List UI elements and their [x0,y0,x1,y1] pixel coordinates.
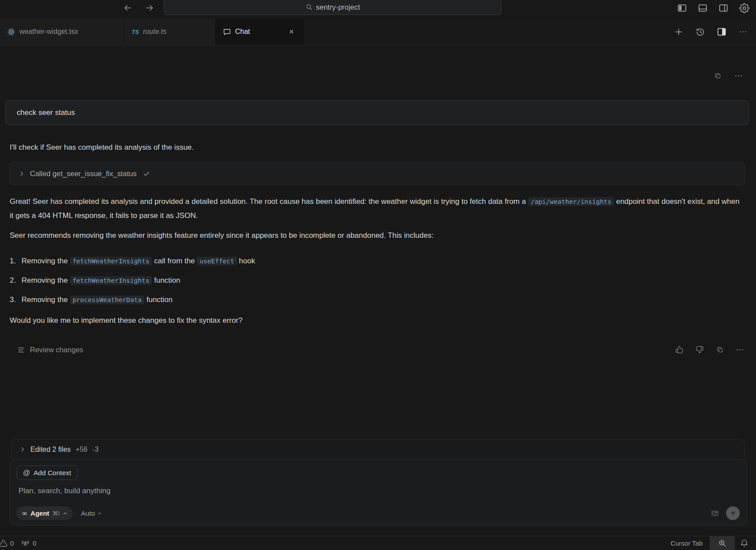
zoom-in-button[interactable] [710,536,735,550]
review-changes-label: Review changes [30,346,83,354]
check-icon [143,170,150,177]
tab-chat[interactable]: Chat [216,18,304,45]
arrow-right-icon [145,3,155,13]
settings-button[interactable] [738,2,750,14]
problems-status[interactable]: 0 [0,539,17,547]
toggle-secondary-sidebar-button[interactable] [718,2,729,14]
chat-bubble-icon [223,28,231,36]
tab-label: weather-widget.tsx [19,28,78,36]
additions-count: +56 [76,446,88,454]
agent-mode-label: Agent [30,509,49,517]
panel-left-icon [677,3,687,13]
model-label: Auto [81,509,95,517]
assistant-paragraph: Great! Seer has completed its analysis a… [10,195,745,223]
chat-panel: ⋯ check seer status I'll check if Seer h… [0,45,756,536]
ellipsis-icon: ⋯ [739,30,748,34]
list-lines-icon [18,346,25,353]
ellipsis-icon: ⋯ [736,347,745,352]
chevron-right-icon [19,171,25,177]
tool-call-label: Called get_seer_issue_fix_status [30,170,136,178]
toggle-panel-button[interactable] [697,2,708,14]
search-icon [306,4,313,11]
list-item: 1. Removing the fetchWeatherInsights cal… [10,255,745,267]
model-selector[interactable]: Auto [81,509,102,517]
tab-weather-widget[interactable]: weather-widget.tsx [0,18,125,45]
list-item-number: 3. [10,294,22,305]
assistant-intro-text: I'll check if Seer has completed its ana… [10,142,745,153]
add-context-label: Add Context [33,469,71,477]
search-value: sentry-project [316,3,360,11]
title-bar: sentry-project [0,0,756,18]
edited-files-bar[interactable]: Edited 2 files +56 -3 [11,439,745,459]
numbered-list: 1. Removing the fetchWeatherInsights cal… [10,247,745,306]
plus-icon [675,28,683,36]
magnifier-plus-icon [718,539,726,547]
agent-mode-selector[interactable]: ∞ Agent ⌘I [16,506,73,520]
broadcast-tower-icon [21,539,30,548]
response-more-button[interactable]: ⋯ [735,345,745,354]
tool-call-row[interactable]: Called get_seer_issue_fix_status [10,162,745,185]
attach-image-button[interactable] [710,509,719,518]
list-item-text: Removing the processWeatherData function [22,294,173,306]
thumbs-down-icon [696,346,704,354]
chevron-up-icon [97,511,102,516]
copy-conversation-button[interactable] [713,71,723,81]
chat-input-box[interactable]: @ Add Context Plan, search, build anythi… [10,459,747,525]
copy-icon [716,346,724,354]
ellipsis-icon: ⋯ [734,74,743,78]
chevron-right-icon [20,447,26,452]
image-icon [710,509,719,518]
review-changes-button[interactable]: Review changes [18,346,83,354]
status-bar: 0 0 Cursor Tab [0,536,756,550]
tab-route-ts[interactable]: TS route.ts [125,18,216,45]
list-item-number: 2. [10,275,22,286]
new-chat-button[interactable] [673,26,684,37]
thumbs-down-button[interactable] [695,345,704,354]
review-changes-row: Review changes ⋯ [18,345,745,354]
nav-forward-button[interactable] [144,3,155,13]
assistant-question-text: Would you like me to implement these cha… [10,316,745,325]
list-item-text: Removing the fetchWeatherInsights call f… [22,255,255,267]
warning-triangle-icon [0,539,7,547]
copy-icon [714,72,722,80]
close-tab-button[interactable] [287,27,296,37]
bell-icon [740,539,749,547]
more-actions-button[interactable]: ⋯ [738,26,749,37]
chat-history-button[interactable] [694,26,706,37]
problems-count: 0 [10,539,14,547]
infinity-icon: ∞ [22,510,27,517]
panel-right-icon [718,3,729,13]
panel-right-filled-icon [716,26,727,37]
send-button[interactable] [726,506,740,520]
conversation-more-button[interactable]: ⋯ [734,71,744,81]
tab-label: route.ts [143,28,166,36]
nav-back-button[interactable] [122,3,133,13]
toggle-chat-panel-button[interactable] [716,26,727,37]
copy-response-button[interactable] [715,345,725,354]
ports-count: 0 [33,539,36,547]
cursor-tab-status[interactable]: Cursor Tab [664,539,710,547]
command-center-search[interactable]: sentry-project [164,0,502,15]
tab-label: Chat [235,28,250,36]
panel-bottom-icon [697,3,708,13]
typescript-icon: TS [132,29,139,35]
add-context-button[interactable]: @ Add Context [17,465,77,480]
list-item: 3. Removing the processWeatherData funct… [10,294,745,306]
user-message-text: check seer status [17,108,75,117]
deletions-count: -3 [92,446,99,454]
chat-input-placeholder: Plan, search, build anything [18,487,740,495]
notifications-button[interactable] [735,539,756,547]
thumbs-up-icon [675,346,683,354]
user-message[interactable]: check seer status [5,100,749,125]
list-item-number: 1. [10,255,22,266]
history-clock-icon [696,27,705,37]
list-item-text: Removing the fetchWeatherInsights functi… [22,275,181,286]
ports-status[interactable]: 0 [17,539,40,548]
assistant-paragraph: Seer recommends removing the weather ins… [10,229,745,243]
edited-files-label: Edited 2 files [30,446,71,454]
arrow-up-icon [730,510,737,517]
gear-icon [739,3,749,13]
thumbs-up-button[interactable] [675,345,684,354]
toggle-primary-sidebar-button[interactable] [676,2,688,14]
react-icon [7,28,15,36]
